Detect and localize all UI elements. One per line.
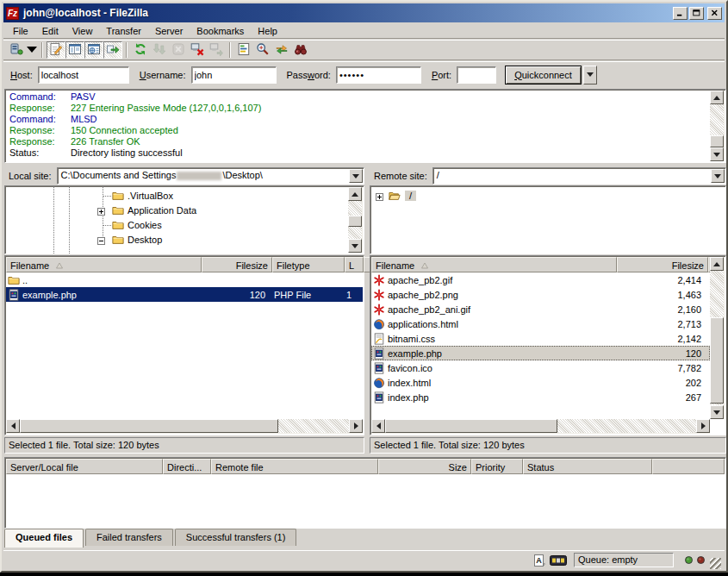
expand-icon[interactable] (376, 192, 383, 200)
column-header-label: L (349, 260, 354, 271)
remote-file-row[interactable]: favicon.ico7,782 (371, 360, 710, 375)
column-header-label: Filename (10, 260, 49, 271)
local-site-label: Local site: (9, 171, 52, 181)
close-button[interactable] (707, 7, 722, 20)
queue-column-header-server-local-file[interactable]: Server/Local file (6, 459, 163, 474)
disconnect-button[interactable] (188, 41, 207, 59)
tree-item-label: Desktop (128, 235, 162, 245)
log-scrollbar[interactable] (710, 91, 725, 161)
refresh-button[interactable] (131, 41, 150, 59)
cancel-operation-button (169, 41, 188, 59)
quickconnect-button[interactable]: Quickconnect (505, 66, 582, 85)
remote-file-row[interactable]: index.html202 (371, 375, 710, 390)
remote-file-row[interactable]: index.php267 (371, 390, 710, 404)
column-header-filesize[interactable]: Filesize (617, 257, 708, 272)
menu-view[interactable]: View (65, 24, 100, 38)
maximize-button[interactable] (689, 7, 704, 20)
queue-column-header-directi---[interactable]: Directi... (163, 459, 211, 474)
port-input[interactable] (457, 66, 496, 84)
process-queue-button (150, 41, 169, 59)
log-scrollbar-thumb[interactable] (710, 135, 724, 147)
synchronized-browsing-button[interactable] (272, 41, 291, 59)
column-header-label: Remote file (215, 462, 264, 473)
cell-text: 120 (686, 348, 701, 359)
menu-transfer[interactable]: Transfer (99, 24, 148, 38)
tab-queued-files[interactable]: Queued files (4, 529, 84, 548)
title-bar[interactable]: Fz john@localhost - FileZilla (3, 3, 725, 22)
toggle-transfer-queue-button[interactable] (103, 41, 122, 59)
remote-vscrollbar[interactable] (710, 257, 725, 419)
toolbar (3, 40, 725, 60)
toggle-local-tree-button[interactable] (65, 41, 84, 59)
column-header-filesize[interactable]: Filesize (202, 257, 272, 272)
tab-successful-transfers--1-[interactable]: Successful transfers (1) (175, 529, 297, 546)
tree-item-root[interactable]: / (370, 189, 725, 203)
remote-site-dropdown-button[interactable] (711, 169, 725, 183)
tree-item-desktop[interactable]: Desktop (5, 233, 364, 247)
site-manager-dropdown-button[interactable] (26, 41, 38, 59)
remote-vscrollbar-thumb[interactable] (710, 317, 724, 404)
password-input[interactable] (336, 66, 421, 84)
php-icon (373, 391, 385, 404)
queue-column-header-remote-file[interactable]: Remote file (211, 459, 378, 474)
collapse-icon[interactable] (97, 236, 105, 244)
compare-directories-button[interactable] (253, 41, 272, 59)
cell-size: 202 (617, 375, 708, 390)
minimize-button[interactable] (673, 7, 688, 20)
filter-icon (237, 42, 251, 58)
cancel-operation-icon (171, 42, 185, 58)
tab-failed-transfers[interactable]: Failed transfers (85, 529, 173, 546)
tree-item-application-data[interactable]: Application Data (5, 203, 364, 218)
site-manager-button[interactable] (7, 41, 26, 59)
menu-server[interactable]: Server (148, 24, 190, 38)
cell-text: apache_pb2_ani.gif (388, 304, 470, 315)
cell-text: favicon.ico (388, 363, 432, 373)
menu-help[interactable]: Help (251, 24, 284, 38)
column-header-filename[interactable]: Filename (371, 257, 617, 272)
remote-file-row[interactable]: apache_pb2.png1,463 (371, 287, 710, 302)
local-site-combobox[interactable]: C:\Documents and Settings\Desktop\ (57, 167, 364, 185)
speed-limits-icon[interactable] (550, 555, 567, 566)
remote-file-row[interactable]: apache_pb2.gif2,414 (371, 272, 710, 287)
local-file-row[interactable]: example.php120PHP File1 (6, 287, 363, 302)
expand-icon[interactable] (97, 207, 105, 215)
host-input[interactable] (38, 66, 129, 84)
php-icon (373, 347, 385, 360)
quickconnect-dropdown-button[interactable] (583, 66, 597, 85)
log-line: Response:226 Transfer OK (7, 136, 708, 147)
menu-edit[interactable]: Edit (35, 24, 65, 38)
menu-bookmarks[interactable]: Bookmarks (190, 24, 251, 38)
queue-column-header-size[interactable]: Size (378, 459, 471, 474)
toggle-remote-tree-button[interactable] (84, 41, 103, 59)
column-header-filename[interactable]: Filename (6, 257, 202, 272)
resize-grip[interactable] (710, 558, 721, 569)
cell-modified: 1 (345, 287, 363, 302)
local-hscrollbar[interactable] (6, 419, 363, 434)
apache-icon (373, 289, 385, 301)
filter-button[interactable] (234, 41, 253, 59)
queue-column-header-status[interactable]: Status (523, 459, 652, 474)
column-header-label: Filesize (236, 260, 268, 271)
menu-file[interactable]: File (6, 24, 35, 38)
remote-file-row[interactable]: bitnami.css2,142 (371, 331, 710, 346)
column-header-filetype[interactable]: Filetype (272, 257, 345, 272)
chevron-down-icon (352, 174, 359, 178)
toggle-message-log-button[interactable] (47, 41, 65, 59)
local-hscrollbar-thumb[interactable] (20, 419, 278, 433)
remote-file-row[interactable]: apache_pb2_ani.gif2,160 (371, 302, 710, 316)
queue-column-header-priority[interactable]: Priority (471, 459, 523, 474)
remote-site-combobox[interactable]: / (432, 167, 726, 185)
local-site-dropdown-button[interactable] (349, 169, 363, 183)
remote-file-row[interactable]: applications.html2,713 (371, 316, 710, 331)
username-input[interactable] (191, 66, 277, 84)
column-header-l[interactable]: L (345, 257, 364, 272)
remote-file-row[interactable]: example.php120 (371, 346, 710, 360)
folder-icon (112, 190, 124, 202)
remote-hscrollbar-thumb[interactable] (385, 419, 557, 433)
ascii-data-type-icon[interactable]: A (532, 554, 546, 567)
find-files-button[interactable] (291, 41, 310, 59)
local-file-row[interactable]: .. (6, 272, 363, 287)
tree-item-cookies[interactable]: Cookies (5, 218, 364, 233)
remote-hscrollbar[interactable] (371, 419, 710, 434)
tree-item--virtualbox[interactable]: .VirtualBox (5, 189, 364, 203)
